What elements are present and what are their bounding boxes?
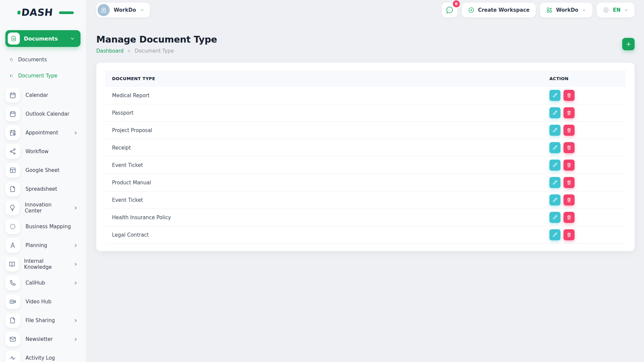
sidebar-item-appointment[interactable]: Appointment: [5, 125, 80, 140]
workspace-menu[interactable]: WorkDo: [540, 3, 592, 17]
document-type-cell: Event Ticket: [105, 162, 545, 168]
messages-button[interactable]: 0: [442, 3, 458, 17]
grid-plus-icon: [546, 7, 553, 13]
chevron-down-icon: [140, 8, 145, 12]
chevron-right-icon: [73, 243, 78, 248]
workspace-switcher[interactable]: WorkDo: [96, 3, 150, 17]
compass-icon: [5, 238, 20, 253]
mail-icon: [5, 332, 20, 347]
document-type-card: DOCUMENT TYPE ACTION Medical Report Pass…: [96, 63, 635, 251]
sidebar-item-planning[interactable]: Planning: [5, 238, 80, 253]
logo-bar: [59, 11, 74, 14]
action-cell: [545, 194, 626, 205]
language-selector[interactable]: EN: [597, 3, 635, 17]
sidebar-item-innovation-center[interactable]: Innovation Center: [5, 200, 80, 215]
delete-button[interactable]: [564, 229, 575, 240]
sidebar-item-label: Google Sheet: [25, 167, 59, 173]
action-cell: [545, 229, 626, 240]
calendar-clock-icon: [5, 125, 20, 140]
edit-button[interactable]: [549, 177, 560, 188]
add-document-type-button[interactable]: [622, 38, 635, 50]
globe-icon: [603, 7, 609, 13]
pencil-icon: [552, 215, 558, 220]
table-row: Event Ticket: [105, 157, 626, 174]
document-type-cell: Product Manual: [105, 180, 545, 186]
chevron-right-icon: [73, 281, 78, 285]
document-type-cell: Project Proposal: [105, 127, 545, 133]
sidebar-item-calendar[interactable]: Calendar: [5, 88, 80, 103]
create-workspace-button[interactable]: Create Workspace: [462, 3, 536, 17]
sidebar-item-label: File Sharing: [25, 317, 55, 323]
delete-button[interactable]: [564, 107, 575, 118]
pencil-icon: [552, 127, 558, 133]
dashed-circle-icon: [5, 219, 20, 234]
sidebar-item-document-type[interactable]: Document Type: [10, 68, 80, 84]
breadcrumb-current: Document Type: [135, 48, 174, 54]
language-label: EN: [613, 7, 621, 13]
sidebar-item-workflow[interactable]: Workflow: [5, 144, 80, 159]
sidebar-item-label: Video Hub: [25, 299, 51, 305]
edit-button[interactable]: [549, 229, 560, 240]
column-header-document-type: DOCUMENT TYPE: [105, 76, 545, 81]
edit-button[interactable]: [549, 160, 560, 171]
dash-logo[interactable]: DASH: [17, 7, 68, 18]
edit-button[interactable]: [549, 194, 560, 205]
column-header-action: ACTION: [545, 76, 626, 81]
page-header: Manage Document Type Dashboard Document …: [96, 34, 635, 54]
sidebar-item-activity-log[interactable]: Activity Log: [5, 351, 80, 362]
chevron-right-icon: [127, 49, 131, 53]
pencil-icon: [552, 145, 558, 150]
table-row: Receipt: [105, 139, 626, 157]
sidebar-item-spreadsheet[interactable]: Spreadsheet: [5, 182, 80, 196]
sidebar-item-label: Workflow: [25, 148, 49, 155]
book-icon: [5, 257, 19, 272]
chevron-right-icon: [73, 206, 78, 210]
sidebar-item-internal-knowledge[interactable]: Internal Knowledge: [5, 257, 80, 272]
edit-button[interactable]: [549, 212, 560, 223]
pencil-icon: [552, 93, 558, 98]
workflow-icon: [5, 144, 20, 159]
pencil-icon: [552, 162, 558, 168]
document-type-cell: Event Ticket: [105, 197, 545, 203]
chevron-right-icon: [73, 337, 78, 342]
breadcrumb-dashboard-link[interactable]: Dashboard: [96, 48, 123, 54]
sidebar-item-file-sharing[interactable]: File Sharing: [5, 313, 80, 328]
document-icon: [8, 33, 20, 45]
documents-submenu: Documents Document Type: [5, 47, 80, 84]
edit-button[interactable]: [549, 142, 560, 153]
sidebar-item-business-mapping[interactable]: Business Mapping: [5, 219, 80, 234]
delete-button[interactable]: [564, 194, 575, 205]
sidebar-item-video-hub[interactable]: Video Hub: [5, 294, 80, 309]
pencil-icon: [552, 232, 558, 238]
delete-button[interactable]: [564, 177, 575, 188]
lightbulb-icon: [5, 200, 19, 215]
action-cell: [545, 107, 626, 118]
action-cell: [545, 142, 626, 153]
trash-icon: [566, 93, 572, 98]
submenu-bullet-icon: [10, 74, 13, 77]
sidebar-item-documents[interactable]: Documents: [10, 52, 80, 68]
edit-button[interactable]: [549, 90, 560, 101]
calendar-icon: [5, 88, 20, 103]
delete-button[interactable]: [564, 125, 575, 136]
sidebar-item-newsletter[interactable]: Newsletter: [5, 332, 80, 347]
document-type-cell: Receipt: [105, 145, 545, 151]
sidebar-item-google-sheet[interactable]: Google Sheet: [5, 163, 80, 178]
delete-button[interactable]: [564, 90, 575, 101]
delete-button[interactable]: [564, 142, 575, 153]
submenu-label: Documents: [18, 57, 47, 63]
edit-button[interactable]: [549, 125, 560, 136]
sidebar-item-callhub[interactable]: CallHub: [5, 276, 80, 290]
sidebar-item-outlook-calendar[interactable]: Outlook Calendar: [5, 107, 80, 121]
delete-button[interactable]: [564, 212, 575, 223]
trash-icon: [566, 145, 572, 150]
sidebar-group-documents[interactable]: Documents: [5, 30, 80, 47]
delete-button[interactable]: [564, 160, 575, 171]
plus-circle-icon: [468, 7, 475, 13]
trash-icon: [566, 215, 572, 220]
trash-icon: [566, 110, 572, 116]
table-row: Legal Contract: [105, 226, 626, 244]
topbar-actions: 0 Create Workspace WorkDo: [442, 3, 635, 17]
sidebar: DASH Documents Documents: [0, 0, 86, 362]
edit-button[interactable]: [549, 107, 560, 118]
